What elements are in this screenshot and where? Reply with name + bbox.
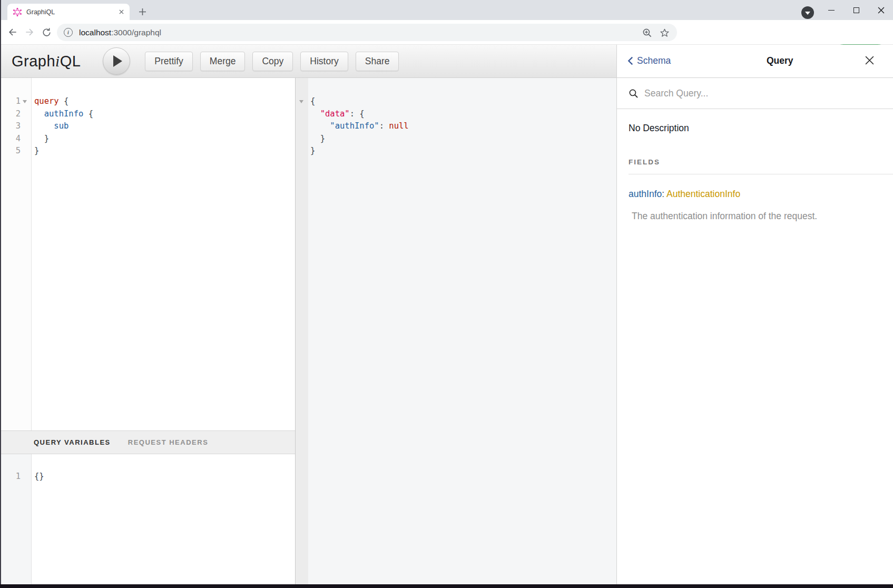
window-left-edge [0, 0, 1, 588]
window-maximize-button[interactable] [847, 3, 865, 17]
doc-title: Query [767, 55, 793, 66]
line-number: 3 [16, 120, 21, 133]
doc-close-icon[interactable] [865, 55, 875, 66]
tab-request-headers[interactable]: REQUEST HEADERS [128, 436, 209, 449]
browser-urlbar: i localhost:3000/graphql UO P [0, 20, 893, 45]
copy-button[interactable]: Copy [252, 52, 293, 71]
play-icon [113, 55, 122, 67]
history-button[interactable]: History [300, 52, 348, 71]
reload-icon[interactable] [39, 25, 54, 40]
window-close-button[interactable] [872, 3, 890, 17]
window-minimize-button[interactable] [822, 3, 840, 17]
fold-arrow-icon[interactable] [23, 100, 27, 103]
code-line: query { [34, 95, 93, 108]
query-code[interactable]: query { authInfo { sub } } [32, 78, 93, 158]
code-line: } [310, 145, 409, 158]
code-line: authInfo { [34, 108, 93, 121]
fields-heading: FIELDS [629, 158, 893, 174]
result-json: { "data": { "authInfo": null } } [308, 78, 409, 158]
execute-query-button[interactable] [103, 47, 130, 75]
page-info-icon[interactable]: i [64, 28, 73, 37]
doc-explorer-panel: Schema Query No Description FIELDS authI… [616, 45, 893, 584]
doc-back-link[interactable]: Schema [627, 55, 671, 66]
variables-editor[interactable]: 1 {} [1, 454, 295, 584]
line-number: 4 [16, 133, 21, 145]
tab-close-icon[interactable] [117, 8, 125, 16]
field-name-link[interactable]: authInfo [629, 189, 662, 199]
code-line: sub [34, 120, 93, 133]
field-type-link[interactable]: AuthenticationInfo [666, 189, 740, 199]
result-pane: { "data": { "authInfo": null } } [295, 78, 616, 584]
result-gutter [296, 78, 308, 584]
tab-query-variables[interactable]: QUERY VARIABLES [34, 436, 111, 449]
line-number: 1 [16, 95, 21, 108]
field-row: authInfo: AuthenticationInfo [629, 189, 893, 200]
back-icon[interactable] [5, 25, 20, 40]
line-number: 5 [16, 145, 21, 158]
doc-explorer-header: Schema Query [617, 45, 893, 78]
chrome-update-icon[interactable] [801, 6, 814, 19]
graphiql-toolbar: GraphiQL Prettify Merge Copy History Sha… [0, 45, 616, 78]
new-tab-icon[interactable] [136, 5, 149, 18]
doc-search-row [617, 78, 893, 109]
code-line: { [310, 95, 409, 108]
url-text[interactable]: localhost:3000/graphql [79, 28, 161, 37]
tab-title: GraphiQL [26, 8, 117, 16]
query-editor-gutter: 1 2 3 4 5 [1, 78, 32, 430]
code-line: "authInfo": null [310, 120, 409, 133]
zoom-level-icon[interactable] [640, 26, 654, 40]
secondary-editor-tabbar: QUERY VARIABLES REQUEST HEADERS [1, 430, 295, 454]
browser-titlebar: GraphiQL [0, 0, 893, 20]
fold-arrow-icon[interactable] [299, 100, 303, 103]
variables-gutter: 1 [1, 454, 32, 584]
doc-back-label: Schema [637, 55, 671, 66]
prettify-button[interactable]: Prettify [145, 52, 192, 71]
query-editor-pane[interactable]: 1 2 3 4 5 query { authInfo { sub } } QUE… [1, 78, 295, 584]
code-line: } [34, 145, 93, 158]
line-number: 1 [16, 471, 21, 483]
bookmark-star-icon[interactable] [658, 26, 671, 40]
address-bar[interactable]: i localhost:3000/graphql [57, 24, 677, 41]
type-description: No Description [629, 123, 893, 134]
doc-search-input[interactable] [644, 88, 866, 99]
variables-code[interactable]: {} [32, 454, 44, 483]
graphiql-logo: GraphiQL [12, 53, 81, 70]
forward-icon[interactable] [22, 25, 37, 40]
code-line: "data": { [310, 108, 409, 121]
chevron-left-icon [627, 56, 633, 65]
merge-button[interactable]: Merge [200, 52, 246, 71]
screen-bottom-edge [0, 584, 893, 588]
field-description: The authentication information of the re… [632, 211, 893, 222]
doc-body: No Description FIELDS authInfo: Authenti… [617, 109, 893, 222]
code-line: } [34, 133, 93, 145]
browser-tab[interactable]: GraphiQL [7, 4, 130, 20]
line-number: 2 [16, 108, 21, 121]
graphql-favicon-icon [13, 8, 22, 16]
share-button[interactable]: Share [356, 52, 399, 71]
search-icon [629, 89, 639, 99]
code-line: {} [34, 471, 44, 483]
code-line: } [310, 133, 409, 145]
